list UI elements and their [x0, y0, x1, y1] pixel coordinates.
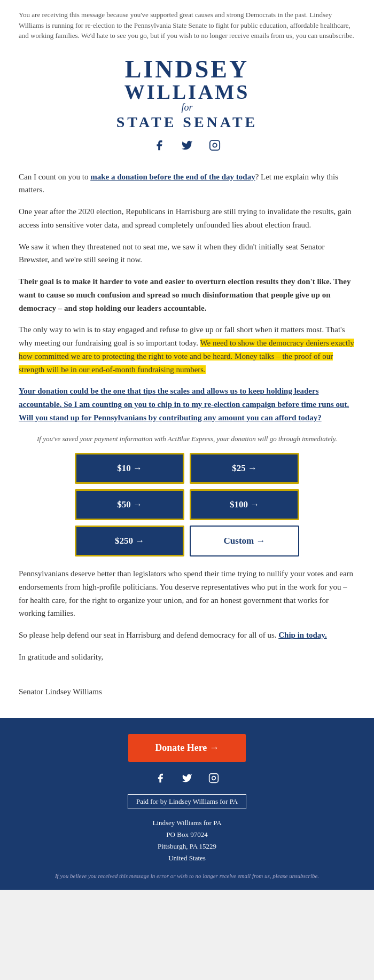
logo-williams: WILLIAMS: [19, 82, 355, 102]
donation-link-2[interactable]: Your donation could be the one that tips…: [19, 387, 349, 422]
twitter-icon-header[interactable]: [181, 139, 193, 154]
city-state: Pittsburgh, PA 15229: [158, 842, 216, 850]
footer-unsubscribe: If you believe you received this message…: [19, 873, 355, 879]
top-disclaimer-text: You are receiving this message because y…: [19, 11, 354, 40]
donation-link-1[interactable]: make a donation before the end of the da…: [90, 173, 255, 181]
logo-senate: STATE SENATE: [19, 113, 355, 131]
facebook-icon-footer[interactable]: [155, 773, 166, 786]
donate-25-button[interactable]: $25 →: [190, 453, 299, 484]
donate-custom-button[interactable]: Custom →: [190, 526, 299, 556]
svg-rect-0: [210, 140, 220, 150]
paragraph-3: We saw it when they threatened not to se…: [19, 240, 355, 267]
footer-social-icons: [19, 773, 355, 786]
paid-for-box: Paid for by Lindsey Williams for PA: [128, 794, 246, 809]
svg-rect-2: [209, 774, 219, 783]
header-section: LINDSEY WILLIAMS for STATE SENATE: [0, 46, 374, 165]
logo: LINDSEY WILLIAMS for STATE SENATE: [19, 57, 355, 131]
donate-here-button[interactable]: Donate Here →: [128, 734, 246, 762]
paragraph-6-link: Your donation could be the one that tips…: [19, 385, 355, 424]
donate-10-button[interactable]: $10 →: [75, 453, 184, 484]
paragraph-9: So please help defend our seat in Harris…: [19, 629, 355, 642]
paragraph-5: The only way to win is to stay engaged a…: [19, 323, 355, 376]
paid-for-text: Paid for by Lindsey Williams for PA: [136, 797, 238, 805]
paragraph-2: One year after the 2020 election, Republ…: [19, 205, 355, 232]
footer-address: Lindsey Williams for PA PO Box 97024 Pit…: [19, 817, 355, 864]
senator-name: Senator Lindsey Williams: [19, 685, 355, 699]
chip-in-link[interactable]: Chip in today.: [278, 631, 326, 639]
facebook-icon-header[interactable]: [153, 139, 165, 154]
donate-250-button[interactable]: $250 →: [75, 526, 184, 556]
donate-100-button[interactable]: $100 →: [190, 489, 299, 520]
logo-lindsey: LINDSEY: [19, 57, 355, 82]
org-name: Lindsey Williams for PA: [152, 819, 221, 827]
twitter-icon-footer[interactable]: [182, 773, 192, 786]
body-content: Can I count on you to make a donation be…: [0, 165, 374, 718]
top-disclaimer: You are receiving this message because y…: [0, 0, 374, 46]
instagram-icon-footer[interactable]: [208, 773, 219, 786]
paragraph-8: Pennsylvanians deserve better than legis…: [19, 567, 355, 620]
country: United States: [168, 854, 206, 862]
footer-section: Donate Here → Paid for by Lindsey Willia…: [0, 718, 374, 889]
instagram-icon-header[interactable]: [209, 139, 221, 154]
logo-for: for: [19, 102, 355, 114]
social-icons-header: [19, 131, 355, 160]
donate-50-button[interactable]: $50 →: [75, 489, 184, 520]
donation-grid: $10 → $25 → $50 → $100 → $250 → Custom →: [75, 453, 299, 556]
paragraph-4-bold: Their goal is to make it harder to vote …: [19, 275, 355, 315]
closing-1: In gratitude and solidarity,: [19, 650, 355, 664]
paragraph-1: Can I count on you to make a donation be…: [19, 170, 355, 197]
email-wrapper: You are receiving this message because y…: [0, 0, 374, 890]
po-box: PO Box 97024: [166, 830, 207, 838]
paragraph-7-italic: If you've saved your payment information…: [19, 433, 355, 444]
